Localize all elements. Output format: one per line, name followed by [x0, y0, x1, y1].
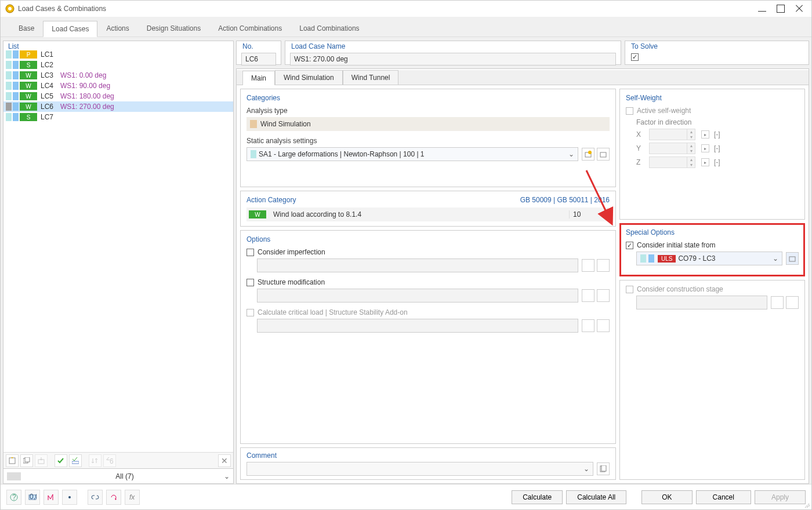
initial-state-row: Consider initial state from [626, 241, 799, 249]
action-category-title: Action Category [246, 196, 520, 204]
svg-text:fx: fx [129, 493, 135, 501]
structure-mod-new-icon[interactable] [582, 289, 594, 302]
renumber-icon[interactable]: 26 [103, 454, 116, 467]
comment-title: Comment [246, 451, 277, 460]
no-value: LC6 [241, 53, 276, 65]
structure-mod-row: Structure modification [246, 278, 610, 286]
tab-load-cases[interactable]: Load Cases [43, 21, 97, 37]
tab-wind-simulation[interactable]: Wind Simulation [275, 70, 343, 85]
resize-grip[interactable] [804, 502, 810, 508]
imperfection-row: Consider imperfection [246, 248, 610, 256]
imperfection-new-icon[interactable] [582, 259, 594, 272]
new-icon[interactable] [6, 454, 19, 467]
special-options-title: Special Options [626, 228, 799, 236]
list-body[interactable]: PLC1SLC2WLC3WS1: 0.00 degWLC4WS1: 90.00 … [3, 48, 233, 452]
list-item-lc2[interactable]: SLC2 [3, 60, 233, 70]
tab-action-combinations[interactable]: Action Combinations [209, 20, 291, 37]
mid-tabs: Main Wind Simulation Wind Tunnel [237, 70, 809, 85]
sort-icon[interactable] [89, 454, 102, 467]
list-item-lc1[interactable]: PLC1 [3, 49, 233, 60]
tab-design-situations[interactable]: Design Situations [138, 20, 209, 37]
sas-dropdown[interactable]: SA1 - Large deformations | Newton-Raphso… [246, 147, 578, 161]
initial-state-dropdown[interactable]: ULS CO79 - LC3 ⌄ [636, 252, 782, 265]
solve-checkbox[interactable] [631, 53, 639, 61]
structure-mod-dropdown[interactable] [257, 289, 578, 303]
tab-wind-tunnel[interactable]: Wind Tunnel [343, 70, 399, 85]
list-item-lc7[interactable]: SLC7 [3, 112, 233, 122]
tab-base[interactable]: Base [10, 20, 43, 37]
imperfection-sub [246, 258, 610, 272]
analysis-type-label: Analysis type [246, 107, 610, 115]
construction-stage-checkbox [626, 286, 633, 293]
chevron-down-icon: ⌄ [583, 465, 589, 473]
tab-load-combinations[interactable]: Load Combinations [291, 20, 368, 37]
list-item-lc4[interactable]: WLC4WS1: 90.00 deg [3, 81, 233, 91]
export-icon[interactable] [35, 454, 48, 467]
copy-icon[interactable] [20, 454, 33, 467]
comment-dropdown[interactable]: ⌄ [246, 462, 593, 476]
tab-actions[interactable]: Actions [97, 20, 137, 37]
svg-text:6: 6 [110, 457, 113, 464]
initial-state-edit-icon[interactable] [786, 252, 799, 265]
chevron-down-icon: ⌄ [773, 254, 778, 263]
footer-refresh-icon[interactable] [106, 490, 121, 505]
footer-help-icon[interactable]: ? [6, 490, 21, 505]
filter-dropdown[interactable]: All (7) ⌄ [3, 469, 234, 484]
close-button[interactable] [795, 5, 803, 13]
critical-load-sub [246, 319, 610, 333]
no-label: No. [241, 42, 255, 50]
apply-button[interactable]: Apply [755, 490, 806, 504]
factor-y-row: Y▴▾▸[-] [636, 143, 799, 154]
check-all-icon[interactable] [55, 454, 67, 467]
svg-rect-4 [25, 457, 30, 462]
svg-rect-12 [600, 152, 606, 157]
tab-main[interactable]: Main [242, 71, 275, 85]
footer-units-icon[interactable]: 0,00 [25, 490, 40, 505]
calculate-all-button[interactable]: Calculate All [566, 490, 626, 504]
list-item-lc3[interactable]: WLC3WS1: 0.00 deg [3, 70, 233, 81]
footer-dot-icon[interactable] [62, 490, 77, 505]
active-self-weight-checkbox [626, 107, 633, 115]
footer-analysis-icon[interactable] [44, 490, 59, 505]
factor-label: Factor in direction [636, 118, 799, 126]
structure-mod-sub [246, 289, 610, 303]
name-label: Load Case Name [290, 42, 346, 50]
active-self-weight-row: Active self-weight [626, 107, 799, 115]
main-frame: Main Wind Simulation Wind Tunnel Categor… [236, 68, 809, 484]
structure-mod-checkbox[interactable] [246, 279, 254, 286]
svg-text:?: ? [12, 493, 16, 501]
imperfection-edit-icon[interactable] [597, 259, 610, 272]
minimize-button[interactable] [758, 5, 766, 13]
footer-function-icon[interactable]: fx [125, 490, 140, 505]
combo-swatch [640, 254, 646, 263]
ok-button[interactable]: OK [641, 490, 692, 504]
list-item-lc5[interactable]: WLC5WS1: 180.00 deg [3, 91, 233, 101]
solve-box: To Solve [625, 41, 809, 65]
construction-stage-sub [626, 296, 799, 309]
mid-left-column: Categories Analysis type Wind Simulation… [240, 89, 616, 480]
sas-swatch [251, 150, 256, 158]
maximize-button[interactable] [777, 5, 785, 13]
footer-link-icon[interactable] [88, 490, 103, 505]
list-item-lc6[interactable]: WLC6WS1: 270.00 deg [3, 101, 233, 112]
critical-load-dropdown [257, 319, 578, 333]
delete-icon[interactable]: ✕ [218, 454, 231, 467]
structure-mod-edit-icon[interactable] [597, 289, 610, 302]
sas-edit-icon[interactable] [597, 148, 610, 161]
calculate-button[interactable]: Calculate [512, 490, 563, 504]
svg-point-11 [588, 151, 592, 154]
initial-state-sub: ULS CO79 - LC3 ⌄ [626, 252, 799, 265]
imperfection-dropdown[interactable] [257, 258, 578, 272]
factor-y-spinner: ▴▾ [649, 143, 695, 154]
uncheck-all-icon[interactable] [69, 454, 82, 467]
cancel-button[interactable]: Cancel [696, 490, 751, 504]
construction-edit-icon [786, 296, 799, 309]
comment-edit-icon[interactable] [597, 462, 610, 475]
chevron-down-icon: ⌄ [568, 150, 574, 158]
imperfection-checkbox[interactable] [246, 249, 254, 256]
critical-load-checkbox [246, 309, 254, 316]
sas-new-icon[interactable] [582, 148, 594, 161]
list-toolbar: 26 ✕ [3, 452, 233, 468]
name-input[interactable] [290, 53, 616, 65]
initial-state-checkbox[interactable] [626, 242, 633, 249]
